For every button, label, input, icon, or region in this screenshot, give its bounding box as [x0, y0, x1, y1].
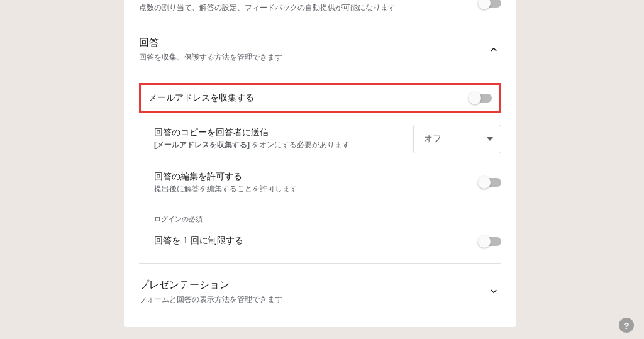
collect-email-label: メールアドレスを収集する: [148, 92, 254, 104]
send-copy-sub: [メールアドレスを収集する] をオンにする必要があります: [154, 140, 413, 150]
send-copy-label: 回答のコピーを回答者に送信: [154, 127, 413, 138]
allow-edit-sub: 提出後に解答を編集することを許可します: [154, 184, 480, 194]
limit-one-row: 回答を 1 回に制限する: [139, 226, 501, 257]
login-required-heading: ログインの必須: [139, 203, 501, 226]
presentation-section-header[interactable]: プレゼンテーション フォームと回答の表示方法を管理できます: [124, 264, 516, 328]
quiz-toggle[interactable]: [480, 0, 501, 8]
limit-one-label: 回答を 1 回に制限する: [154, 235, 480, 247]
send-copy-row: 回答のコピーを回答者に送信 [メールアドレスを収集する] をオンにする必要があり…: [139, 116, 501, 162]
settings-card: 点数の割り当て、解答の設定、フィードバックの自動提供が可能になります 回答 回答…: [124, 0, 516, 327]
allow-edit-row: 回答の編集を許可する 提出後に解答を編集することを許可します: [139, 162, 501, 203]
presentation-desc: フォームと回答の表示方法を管理できます: [139, 294, 282, 305]
limit-one-toggle[interactable]: [480, 237, 501, 246]
quiz-section-desc: 点数の割り当て、解答の設定、フィードバックの自動提供が可能になります: [139, 3, 396, 13]
allow-edit-label: 回答の編集を許可する: [154, 171, 480, 182]
presentation-title: プレゼンテーション: [139, 279, 282, 292]
send-copy-dropdown-value: オフ: [424, 133, 441, 145]
chevron-up-icon[interactable]: [486, 42, 501, 57]
responses-section-header[interactable]: 回答 回答を収集、保護する方法を管理できます: [124, 21, 516, 75]
collect-email-row: メールアドレスを収集する: [139, 83, 501, 113]
responses-items: メールアドレスを収集する 回答のコピーを回答者に送信 [メールアドレスを収集する…: [124, 83, 516, 263]
chevron-down-icon[interactable]: [486, 284, 501, 299]
collect-email-toggle[interactable]: [470, 94, 492, 103]
responses-desc: 回答を収集、保護する方法を管理できます: [139, 52, 282, 63]
allow-edit-toggle[interactable]: [480, 178, 501, 187]
help-icon[interactable]: ?: [619, 318, 634, 333]
quiz-section: 点数の割り当て、解答の設定、フィードバックの自動提供が可能になります: [124, 0, 516, 21]
send-copy-dropdown[interactable]: オフ: [413, 125, 501, 153]
responses-title: 回答: [139, 36, 282, 50]
caret-down-icon: [487, 137, 493, 141]
